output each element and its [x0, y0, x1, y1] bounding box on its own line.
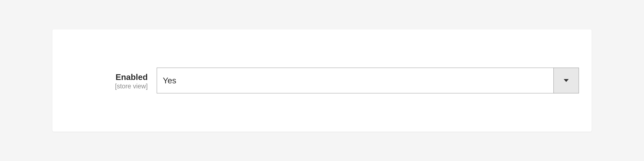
enabled-label: Enabled — [92, 73, 148, 82]
enabled-field-row: Enabled [store view] Yes — [92, 68, 579, 93]
enabled-select-wrapper: Yes — [157, 68, 579, 93]
enabled-select[interactable]: Yes — [157, 68, 579, 93]
enabled-label-group: Enabled [store view] — [92, 68, 157, 90]
config-panel: Enabled [store view] Yes — [52, 29, 592, 132]
enabled-scope-label: [store view] — [92, 82, 148, 90]
